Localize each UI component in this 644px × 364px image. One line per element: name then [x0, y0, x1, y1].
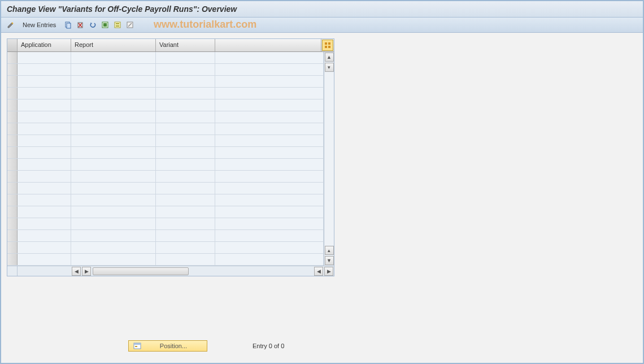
display-change-toggle-icon[interactable] [6, 20, 16, 30]
cell-report[interactable] [71, 206, 156, 218]
table-row[interactable] [7, 242, 324, 254]
cell-variant[interactable] [156, 242, 215, 253]
scroll-page-up-button[interactable]: ▾ [325, 63, 334, 72]
row-selector[interactable] [7, 183, 18, 194]
deselect-all-icon[interactable] [125, 20, 135, 30]
table-row[interactable] [7, 52, 324, 64]
undo-icon[interactable] [88, 20, 98, 30]
cell-application[interactable] [18, 230, 71, 241]
cell-variant[interactable] [156, 99, 215, 111]
row-selector[interactable] [7, 76, 18, 87]
column-header-variant[interactable]: Variant [156, 39, 215, 51]
cell-application[interactable] [18, 171, 71, 182]
copy-as-icon[interactable] [63, 20, 73, 30]
cell-variant[interactable] [156, 88, 215, 99]
column-header-report[interactable]: Report [71, 39, 156, 51]
row-selector[interactable] [7, 99, 18, 111]
cell-variant[interactable] [156, 135, 215, 146]
table-row[interactable] [7, 64, 324, 76]
cell-report[interactable] [71, 76, 156, 87]
column-header-application[interactable]: Application [18, 39, 71, 51]
cell-application[interactable] [18, 183, 71, 194]
row-selector[interactable] [7, 194, 18, 206]
cell-report[interactable] [71, 123, 156, 135]
table-row[interactable] [7, 194, 324, 206]
row-selector[interactable] [7, 159, 18, 170]
row-selector-header[interactable] [7, 39, 18, 51]
cell-variant[interactable] [156, 64, 215, 75]
table-row[interactable] [7, 88, 324, 99]
cell-application[interactable] [18, 206, 71, 218]
cell-variant[interactable] [156, 183, 215, 194]
table-row[interactable] [7, 99, 324, 111]
cell-variant[interactable] [156, 194, 215, 206]
cell-report[interactable] [71, 52, 156, 63]
cell-application[interactable] [18, 135, 71, 146]
cell-application[interactable] [18, 242, 71, 253]
cell-variant[interactable] [156, 123, 215, 135]
row-selector[interactable] [7, 123, 18, 135]
cell-application[interactable] [18, 76, 71, 87]
cell-application[interactable] [18, 159, 71, 170]
table-row[interactable] [7, 183, 324, 194]
scroll-track-vertical[interactable] [325, 72, 334, 245]
table-row[interactable] [7, 123, 324, 135]
scroll-thumb-horizontal[interactable] [93, 267, 189, 275]
table-row[interactable] [7, 230, 324, 242]
cell-report[interactable] [71, 64, 156, 75]
row-selector[interactable] [7, 64, 18, 75]
select-all-icon[interactable] [100, 20, 110, 30]
table-row[interactable] [7, 254, 324, 266]
cell-variant[interactable] [156, 254, 215, 265]
cell-application[interactable] [18, 147, 71, 158]
cell-report[interactable] [71, 242, 156, 253]
delete-icon[interactable] [75, 20, 85, 30]
cell-report[interactable] [71, 183, 156, 194]
cell-variant[interactable] [156, 76, 215, 87]
table-row[interactable] [7, 159, 324, 171]
scroll-up-button[interactable]: ▲ [325, 53, 334, 62]
cell-variant[interactable] [156, 206, 215, 218]
cell-application[interactable] [18, 194, 71, 206]
cell-variant[interactable] [156, 171, 215, 182]
cell-report[interactable] [71, 254, 156, 265]
row-selector[interactable] [7, 230, 18, 241]
cell-application[interactable] [18, 99, 71, 111]
cell-application[interactable] [18, 123, 71, 135]
cell-application[interactable] [18, 111, 71, 123]
scroll-page-down-button[interactable]: ▴ [325, 246, 334, 255]
row-selector[interactable] [7, 147, 18, 158]
cell-report[interactable] [71, 147, 156, 158]
row-selector[interactable] [7, 206, 18, 218]
row-selector[interactable] [7, 171, 18, 182]
vertical-scrollbar[interactable]: ▲ ▾ ▴ ▼ [324, 52, 334, 266]
table-row[interactable] [7, 111, 324, 123]
cell-variant[interactable] [156, 147, 215, 158]
cell-variant[interactable] [156, 230, 215, 241]
cell-report[interactable] [71, 159, 156, 170]
cell-report[interactable] [71, 194, 156, 206]
row-selector[interactable] [7, 254, 18, 265]
scroll-left-button[interactable]: ◀ [72, 267, 81, 276]
row-selector[interactable] [7, 52, 18, 63]
cell-report[interactable] [71, 88, 156, 99]
position-button[interactable]: Position... [128, 340, 207, 352]
cell-application[interactable] [18, 88, 71, 99]
table-row[interactable] [7, 171, 324, 183]
table-row[interactable] [7, 76, 324, 88]
cell-variant[interactable] [156, 52, 215, 63]
cell-report[interactable] [71, 218, 156, 229]
row-selector[interactable] [7, 242, 18, 253]
table-row[interactable] [7, 218, 324, 230]
table-row[interactable] [7, 135, 324, 147]
row-selector[interactable] [7, 111, 18, 123]
cell-report[interactable] [71, 230, 156, 241]
horizontal-scrollbar[interactable]: ◀ ▶ ◀ ▶ [7, 266, 334, 276]
cell-report[interactable] [71, 99, 156, 111]
cell-variant[interactable] [156, 159, 215, 170]
select-block-icon[interactable] [112, 20, 123, 30]
cell-variant[interactable] [156, 218, 215, 229]
table-settings-icon[interactable] [322, 40, 333, 51]
cell-report[interactable] [71, 135, 156, 146]
scroll-right-inner-button[interactable]: ▶ [82, 267, 91, 276]
